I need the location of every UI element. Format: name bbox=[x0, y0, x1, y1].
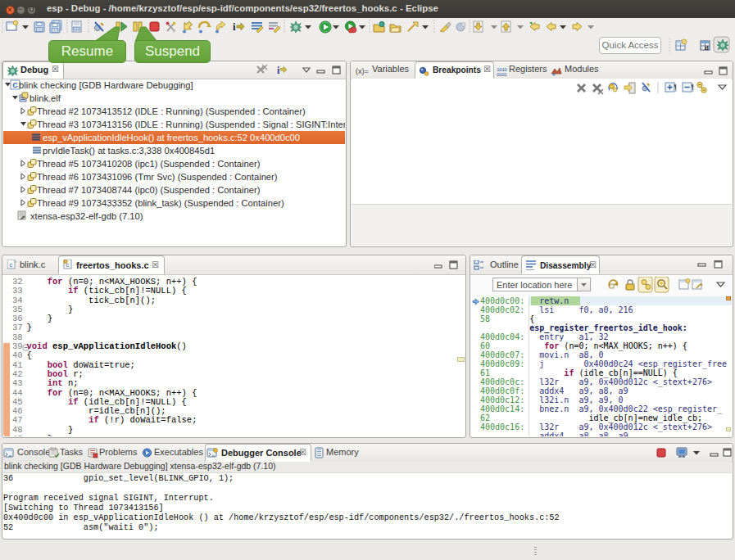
svg-text:d: d bbox=[705, 44, 709, 52]
svg-text:0101: 0101 bbox=[497, 72, 507, 77]
svg-text:(x)=: (x)= bbox=[356, 67, 369, 75]
svg-text:i: i bbox=[233, 20, 236, 33]
svg-text:i: i bbox=[277, 65, 280, 76]
svg-text:C: C bbox=[12, 81, 18, 89]
svg-text:c: c bbox=[9, 261, 13, 269]
